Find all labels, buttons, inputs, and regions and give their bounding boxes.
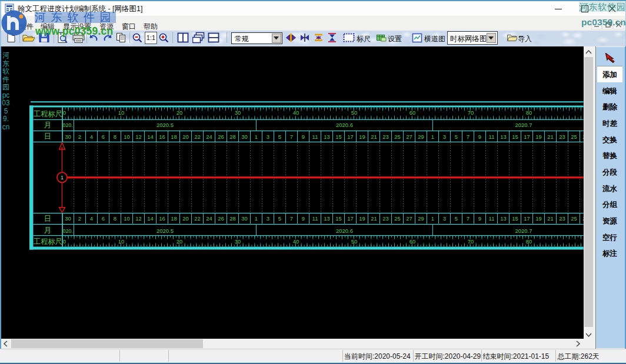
svg-text:2020.7: 2020.7 xyxy=(515,122,532,128)
svg-text:30: 30 xyxy=(235,238,241,245)
svg-text:19: 19 xyxy=(535,133,542,140)
svg-text:1: 1 xyxy=(431,215,434,222)
svg-text:10: 10 xyxy=(118,238,125,245)
svg-text:工程标尺: 工程标尺 xyxy=(34,110,62,118)
svg-text:23: 23 xyxy=(382,133,389,140)
svg-text:9: 9 xyxy=(302,215,305,222)
svg-text:10: 10 xyxy=(118,109,125,116)
svg-text:3: 3 xyxy=(267,133,269,140)
svg-text:21: 21 xyxy=(547,133,554,140)
svg-text:25: 25 xyxy=(394,133,401,140)
svg-text:5: 5 xyxy=(455,215,458,222)
svg-text:17: 17 xyxy=(524,215,530,222)
svg-text:8: 8 xyxy=(114,133,116,140)
svg-text:25: 25 xyxy=(394,215,401,222)
svg-text:29: 29 xyxy=(418,215,424,222)
svg-text:40: 40 xyxy=(293,109,299,116)
svg-text:30: 30 xyxy=(65,215,71,222)
svg-text:25: 25 xyxy=(571,215,577,222)
svg-text:0: 0 xyxy=(63,238,66,245)
svg-text:50: 50 xyxy=(351,238,358,245)
svg-text:21: 21 xyxy=(371,215,377,222)
svg-text:28: 28 xyxy=(229,133,236,140)
svg-text:11: 11 xyxy=(312,133,318,140)
svg-text:22: 22 xyxy=(194,215,201,222)
svg-text:2: 2 xyxy=(78,215,81,222)
svg-text:23: 23 xyxy=(382,215,389,222)
svg-text:9: 9 xyxy=(302,133,305,140)
svg-text:9: 9 xyxy=(478,215,481,222)
svg-text:24: 24 xyxy=(206,215,212,222)
svg-text:9: 9 xyxy=(478,133,481,140)
svg-text:15: 15 xyxy=(335,133,342,140)
svg-text:16: 16 xyxy=(159,215,165,222)
svg-text:2020.6: 2020.6 xyxy=(336,228,353,234)
svg-text:4: 4 xyxy=(90,215,93,222)
svg-text:26: 26 xyxy=(218,133,224,140)
svg-text:2: 2 xyxy=(78,133,81,140)
svg-text:20: 20 xyxy=(182,215,189,222)
svg-text:0: 0 xyxy=(63,109,66,116)
svg-text:30: 30 xyxy=(235,109,241,116)
svg-text:60: 60 xyxy=(409,109,416,116)
svg-text:2020.6: 2020.6 xyxy=(336,122,353,128)
svg-text:1: 1 xyxy=(255,133,258,140)
svg-text:11: 11 xyxy=(489,215,495,222)
svg-text:11: 11 xyxy=(489,133,495,140)
svg-text:日: 日 xyxy=(44,215,52,223)
svg-text:3: 3 xyxy=(267,215,269,222)
svg-text:10: 10 xyxy=(124,133,130,140)
svg-text:80: 80 xyxy=(526,109,532,116)
svg-text:14: 14 xyxy=(147,133,154,140)
svg-text:30: 30 xyxy=(241,133,248,140)
svg-text:2020.7: 2020.7 xyxy=(515,228,532,234)
svg-text:28: 28 xyxy=(229,215,236,222)
svg-text:27: 27 xyxy=(406,133,412,140)
svg-text:月: 月 xyxy=(44,121,52,129)
svg-text:25: 25 xyxy=(571,133,577,140)
svg-text:20: 20 xyxy=(177,109,183,116)
svg-text:18: 18 xyxy=(171,215,177,222)
svg-text:12: 12 xyxy=(135,215,142,222)
svg-text:19: 19 xyxy=(535,215,542,222)
svg-text:40: 40 xyxy=(293,238,299,245)
svg-text:23: 23 xyxy=(559,215,565,222)
svg-text:30: 30 xyxy=(241,215,248,222)
svg-text:7: 7 xyxy=(290,215,293,222)
svg-text:3: 3 xyxy=(443,133,446,140)
svg-text:50: 50 xyxy=(351,109,358,116)
svg-text:13: 13 xyxy=(500,215,507,222)
svg-text:10: 10 xyxy=(124,215,130,222)
svg-text:6: 6 xyxy=(102,215,105,222)
svg-text:60: 60 xyxy=(409,238,416,245)
svg-text:15: 15 xyxy=(335,215,342,222)
svg-text:4: 4 xyxy=(90,133,93,140)
svg-text:70: 70 xyxy=(468,238,474,245)
svg-text:2020.5: 2020.5 xyxy=(156,228,174,234)
svg-text:18: 18 xyxy=(171,133,177,140)
svg-text:工程标尺: 工程标尺 xyxy=(34,238,62,246)
svg-text:1: 1 xyxy=(255,215,258,222)
svg-text:8: 8 xyxy=(114,215,116,222)
svg-text:3: 3 xyxy=(443,215,446,222)
svg-text:19: 19 xyxy=(359,133,365,140)
svg-text:13: 13 xyxy=(324,215,330,222)
svg-text:17: 17 xyxy=(347,215,354,222)
svg-text:月: 月 xyxy=(44,226,52,235)
svg-text:020.: 020. xyxy=(63,228,74,234)
svg-text:11: 11 xyxy=(312,215,318,222)
svg-text:7: 7 xyxy=(467,215,470,222)
svg-text:21: 21 xyxy=(547,215,554,222)
svg-text:5: 5 xyxy=(278,215,281,222)
svg-text:21: 21 xyxy=(371,133,377,140)
svg-text:13: 13 xyxy=(500,133,507,140)
svg-text:1: 1 xyxy=(431,133,434,140)
svg-text:22: 22 xyxy=(194,133,201,140)
svg-text:23: 23 xyxy=(559,133,565,140)
svg-text:7: 7 xyxy=(467,133,470,140)
svg-text:70: 70 xyxy=(468,109,474,116)
svg-text:27: 27 xyxy=(406,215,412,222)
svg-text:80: 80 xyxy=(526,238,532,245)
svg-text:6: 6 xyxy=(102,133,105,140)
svg-text:17: 17 xyxy=(524,133,530,140)
